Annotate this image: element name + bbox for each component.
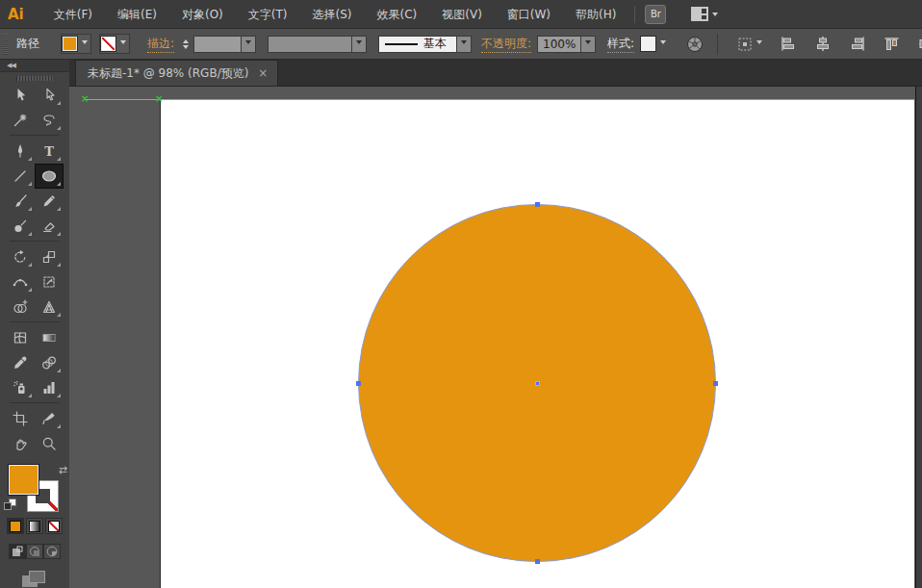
- pencil-tool[interactable]: [35, 189, 64, 214]
- scale-tool[interactable]: [35, 244, 64, 269]
- document-tab[interactable]: 未标题-1* @ 98% (RGB/预览) ×: [75, 60, 278, 86]
- magnifier-icon: [41, 436, 57, 451]
- menu-select[interactable]: 选择(S): [300, 0, 365, 29]
- default-fill-stroke-icon[interactable]: [4, 499, 17, 510]
- brush-dropdown-button[interactable]: [352, 36, 367, 53]
- stroke-width-stepper[interactable]: [180, 36, 192, 53]
- none-button[interactable]: [45, 518, 63, 534]
- ellipse-icon: [40, 168, 58, 184]
- align-top-icon: [884, 36, 901, 52]
- menu-type[interactable]: 文字(T): [236, 0, 300, 29]
- stroke-color-control[interactable]: [99, 34, 130, 54]
- center-point[interactable]: [535, 381, 540, 386]
- pen-tool[interactable]: [6, 139, 35, 164]
- opacity-field[interactable]: 100%: [537, 36, 581, 53]
- eyedropper-tool[interactable]: [6, 350, 35, 375]
- shape-builder-tool[interactable]: [6, 294, 35, 320]
- align-to-selection-button[interactable]: [733, 33, 766, 56]
- collapse-dock-button[interactable]: ◀◀: [7, 62, 15, 69]
- swap-fill-stroke-icon[interactable]: ⇄: [59, 464, 67, 476]
- draw-normal-button[interactable]: [9, 544, 26, 559]
- fill-color-control[interactable]: [61, 34, 91, 54]
- type-tool[interactable]: T: [35, 139, 64, 164]
- menu-file[interactable]: 文件(F): [41, 0, 105, 29]
- rotate-tool[interactable]: [6, 244, 35, 269]
- menu-effect[interactable]: 效果(C): [364, 0, 429, 29]
- paintbrush-tool[interactable]: [6, 189, 35, 214]
- width-profile-field[interactable]: 基本: [378, 36, 457, 53]
- screen-mode-button[interactable]: [22, 571, 47, 588]
- blend-tool[interactable]: [35, 350, 64, 375]
- color-button[interactable]: [7, 518, 24, 534]
- panel-grip-handle[interactable]: [2, 34, 9, 55]
- direct-selection-tool[interactable]: [35, 83, 64, 108]
- stroke-panel-link[interactable]: 描边:: [147, 36, 174, 53]
- horizontal-align-right-button[interactable]: [845, 33, 870, 56]
- slice-tool[interactable]: [35, 406, 64, 431]
- ellipse-tool[interactable]: [35, 164, 64, 189]
- menu-help[interactable]: 帮助(H): [563, 0, 628, 29]
- draw-inside-button[interactable]: [43, 544, 61, 559]
- graphic-style-swatch[interactable]: [640, 36, 656, 52]
- lasso-tool[interactable]: [35, 108, 64, 133]
- panel-drag-handle[interactable]: [16, 76, 53, 80]
- free-transform-tool[interactable]: [35, 269, 64, 294]
- perspective-grid-tool[interactable]: [35, 294, 64, 320]
- recolor-artwork-button[interactable]: [682, 33, 707, 56]
- width-profile-dropdown-button[interactable]: [457, 36, 472, 53]
- width-tool[interactable]: [6, 269, 35, 294]
- anchor-point-bottom[interactable]: [535, 559, 540, 564]
- opacity-dropdown-button[interactable]: [581, 36, 596, 53]
- stroke-dropdown-button[interactable]: [116, 35, 129, 53]
- symbol-sprayer-icon: [13, 380, 28, 396]
- opacity-panel-link[interactable]: 不透明度:: [481, 36, 531, 53]
- eraser-tool[interactable]: [35, 214, 64, 239]
- fill-proxy-swatch[interactable]: [8, 464, 39, 496]
- tool-grid: T: [0, 83, 69, 456]
- anchor-point-left[interactable]: [356, 381, 361, 386]
- horizontal-align-left-button[interactable]: [776, 33, 801, 56]
- blob-brush-tool[interactable]: [6, 214, 35, 239]
- symbol-sprayer-tool[interactable]: [6, 375, 35, 400]
- gradient-tool[interactable]: [35, 325, 64, 350]
- workspace: ◀◀: [0, 60, 922, 588]
- align-center-icon: [814, 36, 832, 52]
- line-segment-tool[interactable]: [6, 164, 35, 189]
- anchor-point-top[interactable]: [535, 202, 540, 207]
- workspace-switcher-button[interactable]: [691, 7, 718, 21]
- guide-line[interactable]: × ×: [86, 99, 914, 100]
- paintbrush-icon: [13, 193, 28, 209]
- mesh-tool[interactable]: [6, 325, 35, 350]
- fill-color-swatch[interactable]: [62, 36, 78, 52]
- fill-dropdown-button[interactable]: [78, 35, 90, 53]
- menu-edit[interactable]: 编辑(E): [105, 0, 169, 29]
- stroke-none-swatch[interactable]: [100, 36, 116, 52]
- menu-view[interactable]: 视图(V): [429, 0, 495, 29]
- stroke-width-field[interactable]: [193, 36, 242, 53]
- vertical-align-top-button[interactable]: [880, 33, 905, 56]
- horizontal-align-center-button[interactable]: [810, 33, 835, 56]
- magic-wand-tool[interactable]: [6, 108, 35, 133]
- hand-tool[interactable]: [6, 431, 35, 456]
- selection-tool[interactable]: [6, 83, 35, 108]
- anchor-point-right[interactable]: [713, 381, 718, 386]
- column-graph-tool[interactable]: [35, 375, 64, 400]
- document-area: 未标题-1* @ 98% (RGB/预览) × × ×: [69, 60, 922, 588]
- brush-definition-field[interactable]: [268, 36, 352, 53]
- tab-close-button[interactable]: ×: [258, 66, 268, 80]
- gradient-button[interactable]: [26, 518, 43, 534]
- artboard-tool[interactable]: [6, 406, 35, 431]
- draw-behind-button[interactable]: [26, 544, 43, 559]
- zoom-tool[interactable]: [35, 431, 64, 456]
- stroke-width-dropdown-button[interactable]: [242, 36, 256, 53]
- align-controls: [733, 33, 922, 56]
- canvas-pasteboard[interactable]: × ×: [69, 87, 922, 588]
- style-dropdown-button[interactable]: [656, 35, 669, 53]
- selected-shape[interactable]: [358, 204, 716, 562]
- bridge-button[interactable]: Br: [645, 5, 666, 24]
- menu-window[interactable]: 窗口(W): [495, 0, 563, 29]
- vertical-align-center-button[interactable]: [914, 33, 922, 56]
- magic-wand-icon: [13, 113, 28, 128]
- menu-object[interactable]: 对象(O): [169, 0, 236, 29]
- free-transform-icon: [41, 274, 57, 290]
